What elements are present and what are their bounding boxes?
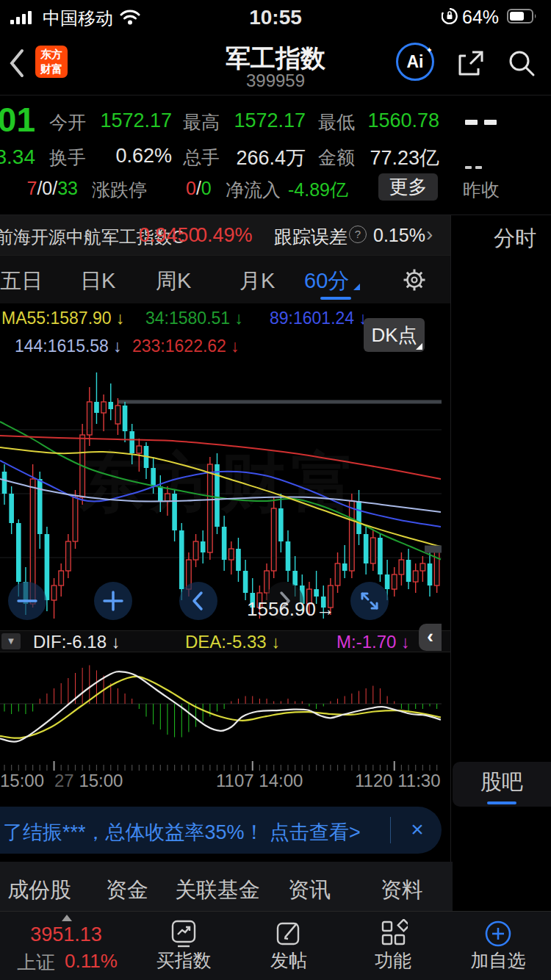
- sidebar-divider: [450, 215, 451, 862]
- panel-back-button[interactable]: ‹: [419, 624, 442, 651]
- ai-button[interactable]: Ai ✦: [396, 43, 434, 81]
- up-count: 7: [26, 178, 37, 198]
- banner-text[interactable]: 了结振***，总体收益率35%！ 点击查看>: [3, 819, 361, 846]
- sh-index-value: 3951.13: [0, 923, 132, 946]
- sparkle-icon: ✦: [426, 46, 433, 55]
- post-button[interactable]: 发帖: [256, 912, 322, 980]
- eastmoney-logo[interactable]: 东方 财富: [35, 46, 68, 78]
- prev-close-change: [465, 159, 486, 172]
- promo-banner[interactable]: 了结振***，总体收益率35%！ 点击查看> ×: [0, 807, 442, 854]
- stock-code: 399959: [165, 71, 386, 91]
- carrier-label: 中国移动: [43, 7, 113, 30]
- tab-5day[interactable]: 五日: [0, 267, 43, 296]
- inflow-value: -4.89亿: [288, 178, 348, 202]
- help-icon[interactable]: ?: [349, 226, 367, 243]
- dropdown-triangle-icon: [353, 284, 360, 290]
- field-value: 1572.17: [88, 109, 172, 132]
- chevron-left-icon: [179, 582, 217, 620]
- banner-divider: [390, 817, 391, 843]
- index-quote-button[interactable]: 3951.13 上证 0.11%: [0, 912, 132, 980]
- sh-index-name: 上证: [17, 950, 55, 976]
- last-price-tag: 1556.90→: [247, 598, 335, 621]
- tab-minute[interactable]: 分时: [494, 224, 536, 253]
- close-icon[interactable]: ×: [403, 817, 432, 842]
- functions-button[interactable]: 功能: [360, 912, 426, 980]
- dea-value: DEA:-5.33 ↓: [185, 632, 280, 652]
- limit-label: 涨跌停: [92, 178, 147, 202]
- quote-section: 01 3.34 7/0/33 今开 1572.17 最高 1572.17 最低 …: [0, 96, 551, 215]
- x-label: 1120 11:30: [355, 771, 441, 791]
- field-label: 最高: [183, 110, 220, 134]
- nav-header: 东方 财富 军工指数 399959 Ai ✦: [0, 32, 551, 96]
- more-button[interactable]: 更多: [378, 173, 438, 201]
- tab-profile[interactable]: 资料: [381, 876, 423, 905]
- field-value: 1560.78: [356, 109, 439, 132]
- collapse-button[interactable]: ▼: [1, 633, 21, 649]
- price-change-partial: 3.34: [0, 145, 35, 169]
- tab-60min[interactable]: 60分: [304, 267, 349, 296]
- search-icon[interactable]: [507, 48, 536, 78]
- clock: 10:55: [231, 6, 320, 29]
- guba-underline: [487, 801, 516, 804]
- share-icon[interactable]: [456, 48, 486, 78]
- back-icon[interactable]: [9, 48, 25, 78]
- ma-indicator-panel: MA55:1587.90 ↓ 34:1580.51 ↓ 89:1601.24 ↓…: [0, 303, 450, 365]
- fullscreen-button[interactable]: [350, 582, 389, 620]
- tab-constituents[interactable]: 成份股: [7, 876, 71, 905]
- down-count: 33: [57, 178, 78, 198]
- macd-header: ▼ DIF:-6.18 ↓ DEA:-5.33 ↓ M:-1.70 ↓: [0, 630, 450, 652]
- tab-guba-panel[interactable]: 股吧: [453, 762, 551, 807]
- plus-icon: [94, 582, 132, 620]
- tab-related-funds[interactable]: 关联基金: [175, 876, 260, 905]
- battery-percent: 64%: [462, 7, 499, 28]
- tab-guba[interactable]: 股吧: [480, 770, 523, 793]
- field-value: 0.62%: [88, 145, 172, 167]
- action-label: 功能: [360, 948, 426, 973]
- ma34-value: 34:1580.51 ↓: [145, 309, 243, 328]
- macd-chart[interactable]: [0, 651, 442, 760]
- signal-icon: [10, 11, 37, 24]
- macd-m-value: M:-1.70 ↓: [336, 632, 410, 652]
- buy-index-button[interactable]: 买指数: [151, 912, 217, 980]
- logo-line2: 财富: [35, 62, 68, 76]
- action-label: 加自选: [465, 948, 531, 973]
- tab-funds-flow[interactable]: 资金: [106, 876, 148, 905]
- field-label: 最低: [318, 110, 355, 134]
- fund-bar[interactable]: 前海开源中航军工指数C 0.9450 0.49% 跟踪误差 ? 0.15% ›: [0, 215, 450, 255]
- gear-icon[interactable]: [403, 268, 426, 292]
- x-axis-labels: 15:00 27 15:00 1107 14:00 1120 11:30: [0, 771, 450, 795]
- x-label: 27 15:00: [54, 771, 123, 791]
- battery-icon: [507, 9, 538, 24]
- dk-point-button[interactable]: DK点: [364, 318, 425, 352]
- field-value: 266.4万: [222, 145, 306, 171]
- tab-monthly-k[interactable]: 月K: [240, 267, 275, 296]
- prev-close-label: 昨收: [463, 178, 500, 202]
- tracking-error-label: 跟踪误差: [274, 225, 347, 249]
- action-label: 买指数: [151, 948, 217, 973]
- tracking-error-value: 0.15%: [373, 225, 425, 246]
- status-bar: 中国移动 10:55 64%: [0, 0, 551, 32]
- last-price-partial: 01: [0, 100, 35, 140]
- prev-close-value: [465, 115, 503, 128]
- zoom-in-button[interactable]: [94, 582, 132, 620]
- action-label: 发帖: [256, 948, 322, 973]
- tab-daily-k[interactable]: 日K: [80, 267, 115, 296]
- add-watchlist-button[interactable]: 加自选: [465, 912, 531, 980]
- period-tab-bar: 五日 日K 周K 月K 60分: [0, 255, 450, 303]
- updown-counts: 7/0/33: [0, 178, 78, 199]
- add-icon: [483, 919, 513, 948]
- triangle-up-icon: [62, 915, 72, 921]
- tab-news[interactable]: 资讯: [288, 876, 331, 905]
- inflow-label: 净流入: [226, 178, 281, 202]
- field-label: 今开: [49, 110, 86, 134]
- content-tab-bar: 成份股 资金 关联基金 资讯 资料: [0, 862, 453, 911]
- ma89-value: 89:1601.24 ↓: [270, 309, 367, 328]
- buy-index-icon: [169, 919, 198, 948]
- tab-weekly-k[interactable]: 周K: [156, 267, 191, 296]
- chevron-right-icon: ›: [426, 223, 433, 246]
- fund-change: 0.49%: [196, 224, 253, 247]
- zoom-out-button[interactable]: [8, 582, 46, 620]
- grid-icon: [378, 919, 408, 948]
- ma233-value: 233:1622.62 ↓: [132, 336, 240, 356]
- pan-left-button[interactable]: [179, 582, 217, 620]
